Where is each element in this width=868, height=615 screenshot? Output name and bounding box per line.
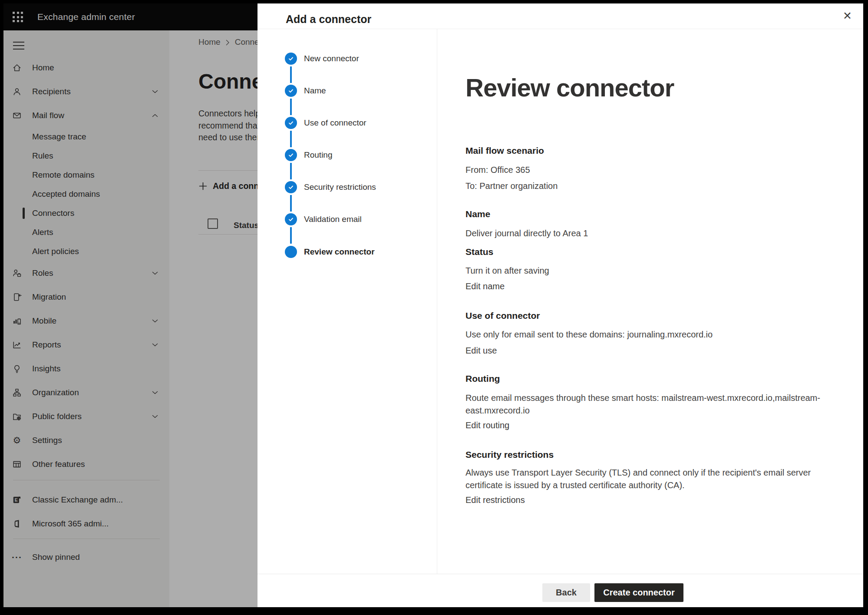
step-connector-line xyxy=(290,131,292,147)
step-check-icon xyxy=(285,213,297,225)
wizard-stepper: New connector Name Use of connector Rout… xyxy=(257,29,437,574)
name-heading: Name xyxy=(465,208,490,220)
step-connector-line xyxy=(290,99,292,115)
edit-restrictions-link[interactable]: Edit restrictions xyxy=(465,494,525,506)
edit-routing-link[interactable]: Edit routing xyxy=(465,420,509,431)
panel-title: Add a connector xyxy=(286,13,371,26)
mail-flow-scenario-heading: Mail flow scenario xyxy=(465,145,544,156)
add-connector-panel: Add a connector ✕ New connector Name xyxy=(257,3,863,607)
review-content: Review connector Mail flow scenario From… xyxy=(437,29,863,574)
mail-flow-from: From: Office 365 xyxy=(465,164,530,176)
step-check-icon xyxy=(285,181,297,193)
routing-value: Route email messages through these smart… xyxy=(465,392,832,417)
back-button[interactable]: Back xyxy=(542,583,590,602)
step-check-icon xyxy=(285,117,297,129)
panel-header: Add a connector ✕ xyxy=(257,3,863,29)
step-connector-line xyxy=(290,163,292,179)
create-connector-button[interactable]: Create connector xyxy=(594,583,683,602)
close-icon[interactable]: ✕ xyxy=(843,10,852,22)
panel-footer: Back Create connector xyxy=(257,574,863,607)
review-title: Review connector xyxy=(465,73,674,102)
edit-name-link[interactable]: Edit name xyxy=(465,281,505,292)
step-connector-line xyxy=(290,195,292,212)
step-check-icon xyxy=(285,85,297,97)
panel-body: New connector Name Use of connector Rout… xyxy=(257,29,863,574)
use-of-connector-value: Use only for email sent to these domains… xyxy=(465,329,713,341)
edit-use-link[interactable]: Edit use xyxy=(465,345,497,357)
step-check-icon xyxy=(285,53,297,65)
security-restrictions-value: Always use Transport Layer Security (TLS… xyxy=(465,466,832,492)
step-connector-line xyxy=(290,227,292,244)
security-restrictions-heading: Security restrictions xyxy=(465,449,554,460)
step-current-dot xyxy=(285,246,297,258)
routing-heading: Routing xyxy=(465,373,500,384)
step-check-icon xyxy=(285,149,297,161)
name-value: Deliver journal directly to Area 1 xyxy=(465,228,588,239)
app-window: Exchange admin center Home Recipients Ma… xyxy=(3,3,863,607)
step-connector-line xyxy=(290,66,292,83)
mail-flow-to: To: Partner organization xyxy=(465,180,558,192)
use-of-connector-heading: Use of connector xyxy=(465,310,540,321)
status-heading: Status xyxy=(465,246,493,258)
status-value: Turn it on after saving xyxy=(465,265,549,277)
